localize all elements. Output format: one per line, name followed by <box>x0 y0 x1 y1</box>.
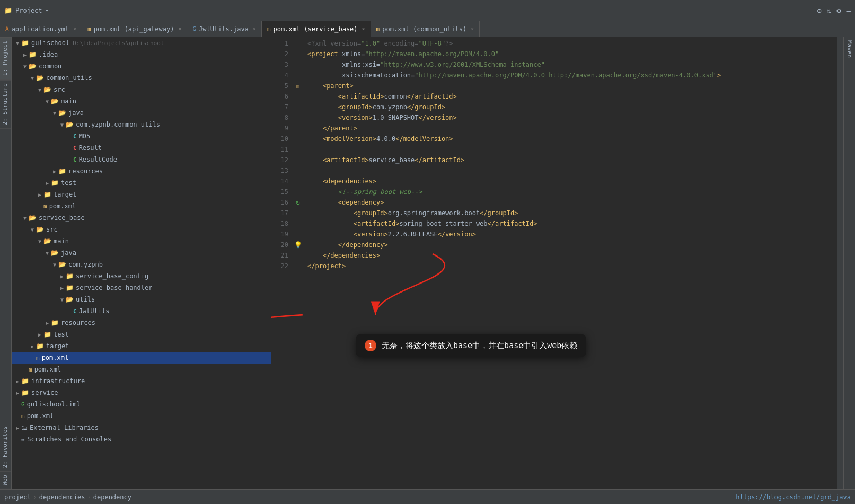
breadcrumb-dependency[interactable]: dependency <box>93 493 131 501</box>
ln-3: 3 <box>271 59 288 70</box>
tree-item-sbc[interactable]: ▶ 📁 service_base_config <box>12 270 271 282</box>
left-sidebar: 1: Project 2: Structure 2: Favorites Web <box>0 37 12 489</box>
tree-item-target-sb[interactable]: ▶ 📁 target <box>12 340 271 352</box>
tree-item-pom-root[interactable]: m pom.xml <box>12 410 271 422</box>
vertical-scrollbar[interactable] <box>837 37 843 489</box>
project-label[interactable]: Project <box>15 7 42 14</box>
ln-20: 20 <box>271 240 288 250</box>
xml-icon-api: m <box>87 25 91 32</box>
tree-item-src-sb[interactable]: ▼ 📂 src <box>12 224 271 235</box>
arrow-target-sb: ▶ <box>29 343 36 349</box>
tree-item-pkg-common[interactable]: ▼ 📂 com.yzpnb.common_utils <box>12 119 271 130</box>
ln-17: 17 <box>271 208 288 218</box>
tree-item-result[interactable]: C Result <box>12 142 271 154</box>
arrow-test-common: ▶ <box>43 180 51 186</box>
ln-22: 22 <box>271 261 288 271</box>
tree-item-jwtutils[interactable]: C JwtUtils <box>12 305 271 317</box>
tab-jwtutils[interactable]: G JwtUtils.java × <box>187 21 262 37</box>
gutter-15 <box>293 187 303 197</box>
tree-item-ext-libs[interactable]: ▶ 🗂 External Libraries <box>12 422 271 434</box>
gutter-5: m <box>293 81 303 91</box>
tree-item-main-sb[interactable]: ▼ 📂 main <box>12 235 271 247</box>
tree-item-pom-cu[interactable]: m pom.xml <box>12 200 271 212</box>
tree-item-gulischool-iml[interactable]: G gulischool.iml <box>12 399 271 410</box>
sidebar-tab-maven[interactable]: Maven <box>844 37 854 61</box>
tree-item-service-base[interactable]: ▼ 📂 service_base <box>12 212 271 224</box>
project-dropdown-arrow[interactable]: ▾ <box>46 7 49 13</box>
tree-item-java-common[interactable]: ▼ 📂 java <box>12 107 271 119</box>
tab-label-pom-api-gateway: pom.xml (api_gateway) <box>94 25 174 33</box>
add-icon[interactable]: ⊕ <box>817 6 821 15</box>
code-line-10: <modelVersion>4.0.0</modelVersion> <box>303 134 837 144</box>
sidebar-tab-web[interactable]: Web <box>0 472 11 489</box>
code-line-22: </project> <box>303 261 837 271</box>
tree-item-pom-common[interactable]: m pom.xml <box>12 364 271 375</box>
settings-icon[interactable]: ⚙ <box>836 6 841 15</box>
minimize-icon[interactable]: — <box>847 6 851 15</box>
pom-icon-root: m <box>21 413 25 420</box>
tree-item-test-common[interactable]: ▶ 📁 test <box>12 177 271 189</box>
tab-close-pom-cu[interactable]: × <box>471 26 474 32</box>
tree-item-md5[interactable]: C MD5 <box>12 130 271 142</box>
arrow-resources-common: ▶ <box>51 169 58 174</box>
tree-item-infrastructure[interactable]: ▶ 📁 infrastructure <box>12 375 271 387</box>
gutter-20[interactable]: 💡 <box>293 240 303 250</box>
tree-item-common-utils[interactable]: ▼ 📂 common_utils <box>12 72 271 84</box>
breadcrumb-dependencies[interactable]: dependencies <box>39 493 85 501</box>
arrow-pkg-common: ▼ <box>58 122 66 128</box>
tab-close-pom-api[interactable]: × <box>178 26 181 32</box>
tree-item-resources-common[interactable]: ▶ 📁 resources <box>12 165 271 177</box>
tree-item-pkg-sb[interactable]: ▼ 📂 com.yzpnb <box>12 259 271 270</box>
tab-close-jwtutils[interactable]: × <box>253 26 256 32</box>
pom-icon-cu: m <box>43 203 47 210</box>
tab-application-yml[interactable]: A application.yml × <box>0 21 82 37</box>
ln-5: 5 <box>271 81 288 91</box>
ln-4: 4 <box>271 70 288 81</box>
project-tree: ▼ 📁 gulischool D:\IdeaProjects\gulischoo… <box>12 37 271 489</box>
arrow-sbc: ▶ <box>58 273 66 279</box>
breadcrumb-project[interactable]: project <box>4 493 31 501</box>
ln-19: 19 <box>271 229 288 240</box>
gulischool-path: D:\IdeaProjects\gulischool <box>73 40 164 47</box>
tree-item-resultcode[interactable]: C ResultCode <box>12 154 271 165</box>
tree-item-src-common[interactable]: ▼ 📂 src <box>12 84 271 95</box>
annotation-text: 无奈，将这个类放入base中，并在base中引入web依赖 <box>382 341 577 351</box>
folder-icon-infra: 📁 <box>21 377 29 385</box>
sidebar-tab-project[interactable]: 1: Project <box>0 37 11 79</box>
tab-pom-api-gateway[interactable]: m pom.xml (api_gateway) × <box>82 21 187 37</box>
tree-item-common[interactable]: ▼ 📂 common <box>12 60 271 72</box>
sidebar-tab-favorites[interactable]: 2: Favorites <box>0 423 11 472</box>
tree-item-pom-sb[interactable]: m pom.xml <box>12 352 271 364</box>
yaml-icon: A <box>5 25 9 32</box>
tab-label-jwtutils: JwtUtils.java <box>199 25 249 33</box>
tree-item-java-sb[interactable]: ▼ 📂 java <box>12 247 271 259</box>
tab-close-pom-sb[interactable]: × <box>362 26 365 32</box>
code-content[interactable]: <?xml version="1.0" encoding="UTF-8"?> <… <box>303 37 837 489</box>
arrow-src-sb: ▼ <box>29 227 36 233</box>
tab-pom-common-utils[interactable]: m pom.xml (common_utils) × <box>371 21 480 37</box>
tree-item-main-common[interactable]: ▼ 📂 main <box>12 95 271 107</box>
tree-item-idea[interactable]: ▶ 📁 .idea <box>12 49 271 60</box>
label-pkg-sb: com.yzpnb <box>68 261 103 268</box>
label-result: Result <box>79 144 102 152</box>
sync-icon[interactable]: ⇅ <box>827 6 831 15</box>
pom-icon-common: m <box>29 366 32 373</box>
folder-icon-idea: 📁 <box>29 51 37 58</box>
tree-item-test-sb[interactable]: ▶ 📁 test <box>12 329 271 340</box>
gutter-16[interactable]: ↻ <box>293 197 303 208</box>
arrow-target-cu: ▶ <box>36 192 43 198</box>
code-line-18: <artifactId>spring-boot-starter-web</art… <box>303 218 837 229</box>
tab-pom-service-base[interactable]: m pom.xml (service_base) × <box>262 21 371 37</box>
sidebar-tab-structure[interactable]: 2: Structure <box>0 79 11 129</box>
tab-close-application-yml[interactable]: × <box>73 26 76 32</box>
tree-item-utils[interactable]: ▼ 📂 utils <box>12 294 271 305</box>
tree-root-gulischool[interactable]: ▼ 📁 gulischool D:\IdeaProjects\gulischoo… <box>12 37 271 49</box>
annotation-popup: 1 无奈，将这个类放入base中，并在base中引入web依赖 <box>356 334 586 357</box>
project-folder-icon: 📁 <box>4 7 12 14</box>
tree-item-sbh[interactable]: ▶ 📁 service_base_handler <box>12 282 271 294</box>
tree-item-service[interactable]: ▶ 📁 service <box>12 387 271 399</box>
arrow-gulischool: ▼ <box>14 40 21 46</box>
tree-item-scratches[interactable]: ✏ Scratches and Consoles <box>12 434 271 445</box>
tree-item-target-cu[interactable]: ▶ 📁 target <box>12 189 271 200</box>
tree-item-resources-sb[interactable]: ▶ 📁 resources <box>12 317 271 329</box>
